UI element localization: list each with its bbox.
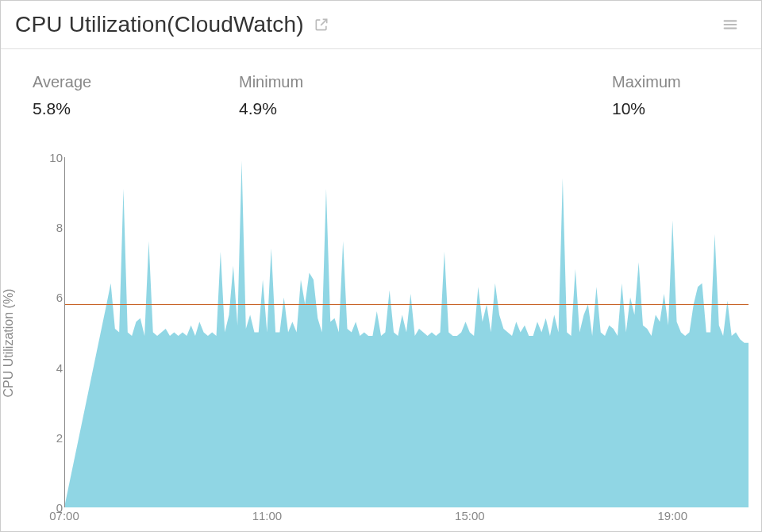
external-link-icon[interactable] <box>314 17 329 33</box>
y-tick: 2 <box>40 430 63 444</box>
y-tick: 10 <box>40 151 63 164</box>
area-series <box>64 160 749 507</box>
x-tick: 15:00 <box>455 509 485 522</box>
menu-icon[interactable] <box>722 16 739 33</box>
chart-container: CPU Utilization (%) 0246810 07:0011:0015… <box>17 157 756 528</box>
stat-maximum-value: 10% <box>612 99 681 118</box>
card-title: CPU Utilization(CloudWatch) <box>15 12 304 37</box>
y-axis-ticks: 0246810 <box>40 157 63 507</box>
stat-average-value: 5.8% <box>33 99 239 118</box>
stat-minimum: Minimum 4.9% <box>239 73 612 118</box>
stat-maximum-label: Maximum <box>612 73 681 91</box>
x-tick: 19:00 <box>657 509 687 522</box>
stat-minimum-value: 4.9% <box>239 99 612 118</box>
stat-average-label: Average <box>33 73 239 91</box>
plot-area <box>64 157 749 507</box>
y-tick: 4 <box>40 360 63 374</box>
chart-svg <box>64 157 749 507</box>
card-header: CPU Utilization(CloudWatch) <box>1 1 761 49</box>
stat-average: Average 5.8% <box>33 73 239 118</box>
metric-card: CPU Utilization(CloudWatch) Average 5.8%… <box>0 0 762 532</box>
x-tick: 07:00 <box>49 509 79 522</box>
y-axis-title: CPU Utilization (%) <box>2 288 16 397</box>
stat-minimum-label: Minimum <box>239 73 612 91</box>
summary-stats: Average 5.8% Minimum 4.9% Maximum 10% <box>1 49 761 126</box>
stat-maximum: Maximum 10% <box>612 73 681 118</box>
y-tick: 8 <box>40 221 63 234</box>
y-tick: 6 <box>40 291 63 304</box>
x-axis-ticks: 07:0011:0015:0019:00 <box>64 507 749 528</box>
x-tick: 11:00 <box>252 509 283 522</box>
title-wrap: CPU Utilization(CloudWatch) <box>15 12 329 37</box>
